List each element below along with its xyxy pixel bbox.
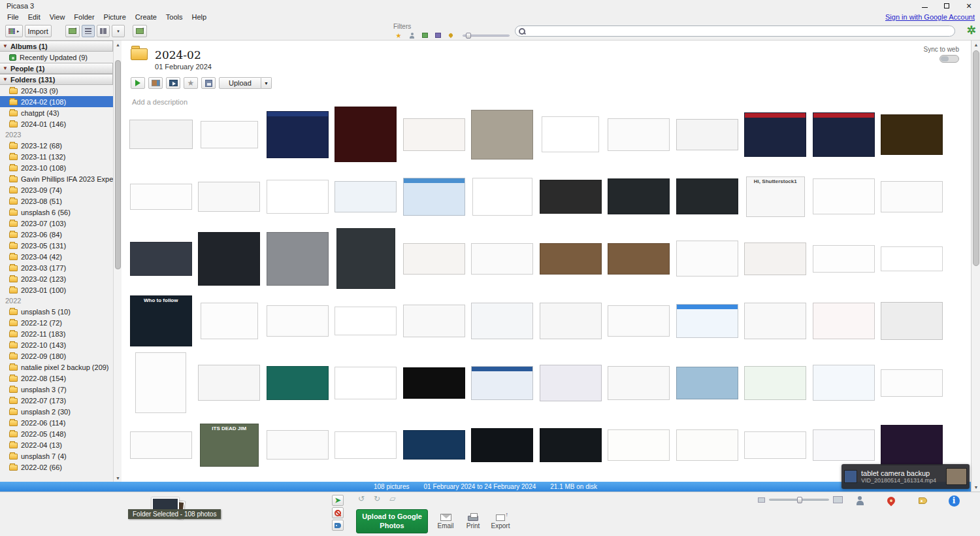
sidebar-folder-item[interactable]: 2022-08 (154) xyxy=(0,373,113,384)
photo-thumbnail[interactable] xyxy=(129,120,193,149)
photo-thumbnail[interactable] xyxy=(744,431,806,459)
tags-panel-button[interactable] xyxy=(915,494,930,508)
photo-thumbnail[interactable] xyxy=(608,243,670,275)
photo-thumbnail[interactable] xyxy=(813,429,875,461)
photo-thumbnail[interactable] xyxy=(608,429,670,461)
photo-thumbnail[interactable] xyxy=(201,303,258,339)
photo-thumbnail[interactable] xyxy=(471,243,533,275)
sidebar-scrollbar[interactable]: ▲ ▼ xyxy=(113,41,122,482)
photo-thumbnail[interactable] xyxy=(471,110,533,159)
tree-view-button[interactable] xyxy=(97,25,110,37)
sidebar-folder-item[interactable]: 2023-05 (131) xyxy=(0,240,113,251)
starred-filter-button[interactable]: ★ xyxy=(393,31,404,40)
sidebar-folder-item[interactable]: unsplash 3 (7) xyxy=(0,384,113,395)
sidebar-folder-item[interactable]: 2024-03 (9) xyxy=(0,85,113,96)
photo-thumbnail[interactable] xyxy=(744,243,806,275)
places-panel-button[interactable] xyxy=(884,494,898,508)
view-options-dropdown[interactable]: ▾ xyxy=(112,25,125,37)
sidebar-folder-item[interactable]: unsplash 5 (10) xyxy=(0,306,113,317)
photo-thumbnail[interactable] xyxy=(335,431,397,459)
photo-thumbnail[interactable] xyxy=(676,178,738,214)
main-scrollbar[interactable]: ▲ ▼ xyxy=(971,41,980,492)
sidebar-folder-item[interactable]: 2022-10 (143) xyxy=(0,339,113,350)
videos-filter-button[interactable] xyxy=(433,31,443,40)
photo-thumbnail[interactable] xyxy=(267,430,329,460)
photo-thumbnail[interactable] xyxy=(813,112,875,157)
photo-thumbnail[interactable] xyxy=(881,425,943,465)
photo-thumbnail[interactable] xyxy=(881,181,943,212)
sidebar-folder-item[interactable]: 2023-10 (108) xyxy=(0,162,113,173)
photo-thumbnail[interactable] xyxy=(744,303,806,339)
faces-filter-button[interactable] xyxy=(406,31,417,40)
import-button[interactable]: Import xyxy=(25,25,52,37)
photo-thumbnail[interactable] xyxy=(540,365,602,401)
sidebar-folder-item[interactable]: 2024-02 (108) xyxy=(0,96,113,107)
scroll-down-icon[interactable]: ▼ xyxy=(114,474,122,482)
sidebar-folder-item[interactable]: 2022-11 (183) xyxy=(0,328,113,339)
menu-item-edit[interactable]: Edit xyxy=(24,13,45,21)
hold-selection-button[interactable] xyxy=(332,520,344,531)
menu-item-view[interactable]: View xyxy=(45,13,70,21)
email-button[interactable]: Email xyxy=(431,511,460,529)
photo-thumbnail[interactable] xyxy=(130,184,192,210)
photo-thumbnail[interactable] xyxy=(676,304,738,338)
photo-thumbnail[interactable] xyxy=(267,305,329,337)
photo-thumbnail[interactable] xyxy=(335,107,397,162)
thumbnail-size-slider[interactable] xyxy=(769,499,829,501)
geotag-filter-button[interactable] xyxy=(446,31,456,40)
sidebar-folder-item[interactable]: 2023-01 (100) xyxy=(0,284,113,295)
photo-thumbnail[interactable] xyxy=(472,178,532,216)
add-selection-button[interactable]: ➤ xyxy=(332,495,344,506)
upload-tool-button[interactable] xyxy=(133,25,147,37)
sidebar-folder-item[interactable]: unsplash 2 (30) xyxy=(0,406,113,417)
photo-thumbnail[interactable] xyxy=(403,118,465,151)
photo-thumbnail[interactable] xyxy=(336,228,395,289)
photo-thumbnail[interactable] xyxy=(403,178,465,216)
photo-thumbnail[interactable]: ITS DEAD JIM xyxy=(200,424,259,467)
photo-thumbnail[interactable] xyxy=(881,369,943,397)
photo-thumbnail[interactable] xyxy=(335,307,397,335)
movie-button[interactable] xyxy=(166,77,180,89)
sidebar-item-recently-updated[interactable]: Recently Updated (9) xyxy=(0,52,113,63)
scroll-down-icon[interactable]: ▼ xyxy=(972,483,980,492)
photo-thumbnail[interactable] xyxy=(198,365,260,401)
photo-thumbnail[interactable] xyxy=(744,112,806,157)
photo-thumbnail[interactable] xyxy=(471,366,533,400)
signin-link[interactable]: Sign in with Google Account xyxy=(885,13,975,21)
sidebar-folder-item[interactable]: chatgpt (43) xyxy=(0,107,113,118)
sidebar-folder-item[interactable]: 2023-12 (68) xyxy=(0,140,113,151)
scroll-up-icon[interactable]: ▲ xyxy=(114,41,122,48)
photo-thumbnail[interactable] xyxy=(881,246,943,271)
menu-item-picture[interactable]: Picture xyxy=(99,13,131,21)
sidebar-folder-item[interactable]: Gavin Phillips IFA 2023 Expen... xyxy=(0,173,113,184)
sidebar-folder-item[interactable]: 2023-09 (74) xyxy=(0,184,113,195)
search-input[interactable] xyxy=(526,27,955,35)
photo-thumbnail[interactable] xyxy=(540,428,602,462)
sidebar-scroll-thumb[interactable] xyxy=(115,60,121,269)
photo-thumbnail[interactable] xyxy=(813,303,875,339)
photo-thumbnail[interactable] xyxy=(813,365,875,401)
photo-thumbnail[interactable] xyxy=(403,243,465,275)
people-panel-button[interactable] xyxy=(853,494,867,508)
sidebar-folder-item[interactable]: 2023-08 (51) xyxy=(0,195,113,207)
photo-thumbnail[interactable] xyxy=(540,243,602,275)
photo-thumbnail[interactable] xyxy=(676,119,738,150)
photo-thumbnail[interactable] xyxy=(813,178,875,214)
photo-thumbnail[interactable] xyxy=(335,367,397,399)
sidebar-folder-item[interactable]: 2022-12 (72) xyxy=(0,317,113,328)
sidebar-folder-item[interactable]: unsplash 6 (56) xyxy=(0,207,113,218)
photo-thumbnail[interactable] xyxy=(267,111,329,158)
photo-thumbnail[interactable] xyxy=(135,352,186,413)
photo-thumbnail[interactable]: Who to follow xyxy=(130,295,192,346)
photo-thumbnail[interactable] xyxy=(542,116,599,152)
sidebar-folder-item[interactable]: 2023-11 (132) xyxy=(0,151,113,162)
photo-viewer-icon[interactable]: ✲ xyxy=(967,24,976,37)
photo-thumbnail[interactable] xyxy=(471,303,533,339)
properties-panel-button[interactable]: i xyxy=(947,494,961,508)
photo-thumbnail[interactable] xyxy=(881,114,943,155)
photo-thumbnail[interactable] xyxy=(608,178,670,214)
photo-thumbnail[interactable] xyxy=(198,232,260,286)
sync-toggle[interactable] xyxy=(939,55,959,63)
main-scroll-thumb[interactable] xyxy=(973,50,979,266)
back-to-view-button[interactable] xyxy=(65,25,80,37)
